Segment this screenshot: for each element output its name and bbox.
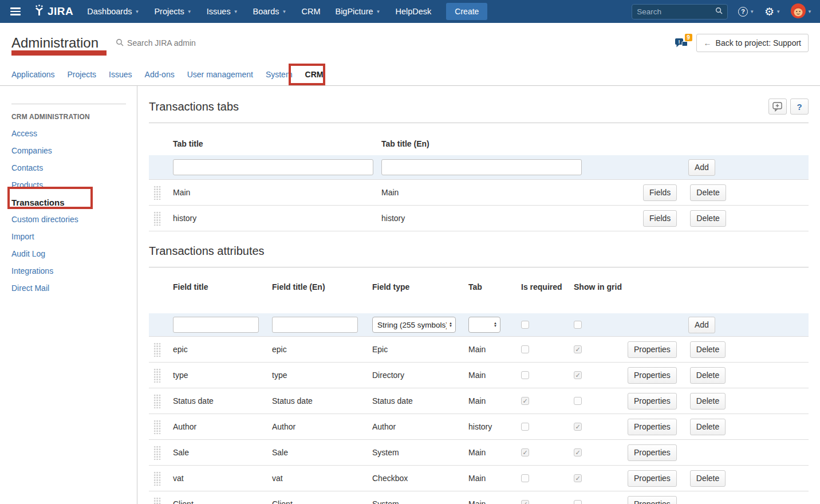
sidebar-item-access[interactable]: Access xyxy=(11,125,137,142)
tabs-table-row: Main Main Fields Delete xyxy=(149,180,809,206)
nav-item-issues[interactable]: Issues▼ xyxy=(207,7,238,16)
properties-button[interactable]: Properties xyxy=(628,419,677,435)
nav-item-helpdesk[interactable]: HelpDesk xyxy=(395,7,431,16)
show-in-grid-checkbox: ✓ xyxy=(574,474,582,482)
admin-search xyxy=(116,38,242,48)
tabs-table-add-row: Add xyxy=(149,155,809,180)
new-field-title-input[interactable] xyxy=(173,317,259,333)
add-tab-button[interactable]: Add xyxy=(688,159,715,176)
drag-handle-icon[interactable] xyxy=(153,211,161,226)
notification-count-badge: 9 xyxy=(685,34,692,41)
hamburger-menu-icon[interactable] xyxy=(10,6,25,17)
column-header-field-type: Field type xyxy=(372,281,468,293)
drag-handle-icon[interactable] xyxy=(153,342,161,357)
sidebar-item-audit-log[interactable]: Audit Log xyxy=(11,245,137,262)
new-field-title-en-input[interactable] xyxy=(272,317,358,333)
jira-logo[interactable]: JIRA xyxy=(33,5,73,18)
drag-handle-icon[interactable] xyxy=(153,420,161,434)
nav-item-projects[interactable]: Projects▼ xyxy=(154,7,191,16)
properties-button[interactable]: Properties xyxy=(628,496,677,504)
sidebar-item-companies[interactable]: Companies xyxy=(11,142,137,159)
help-icon: ? xyxy=(738,7,748,17)
properties-button[interactable]: Properties xyxy=(628,341,677,358)
new-tab-title-en-input[interactable] xyxy=(381,159,582,175)
search-icon xyxy=(116,38,124,48)
sidebar-item-contacts[interactable]: Contacts xyxy=(11,159,137,176)
admin-search-input[interactable] xyxy=(127,38,242,48)
properties-button[interactable]: Properties xyxy=(628,393,677,410)
drag-handle-icon[interactable] xyxy=(153,394,161,408)
properties-button[interactable]: Properties xyxy=(628,367,677,384)
nav-item-boards[interactable]: Boards▼ xyxy=(253,7,287,16)
delete-attribute-button[interactable]: Delete xyxy=(690,341,726,358)
new-show-in-grid-checkbox[interactable] xyxy=(574,321,582,329)
delete-tab-button[interactable]: Delete xyxy=(690,210,726,227)
drag-handle-icon[interactable] xyxy=(153,368,161,383)
help-button[interactable]: ? xyxy=(790,99,809,115)
field-title-en: Status date xyxy=(272,396,372,405)
delete-tab-button[interactable]: Delete xyxy=(690,184,726,201)
field-title-en: type xyxy=(272,371,372,380)
global-search xyxy=(632,4,728,19)
sidebar-item-direct-mail[interactable]: Direct Mail xyxy=(11,279,137,297)
tab-applications[interactable]: Applications xyxy=(11,70,55,79)
sidebar-item-import[interactable]: Import xyxy=(11,228,137,245)
tab-system[interactable]: System xyxy=(266,70,293,79)
field-type-select[interactable]: String (255 symbols) ▲▼ xyxy=(372,317,456,333)
feedback-button[interactable] xyxy=(768,99,787,115)
nav-item-dashboards[interactable]: Dashboards▼ xyxy=(87,7,139,16)
tab-projects[interactable]: Projects xyxy=(68,70,97,79)
column-header-is-required: Is required xyxy=(517,281,573,293)
crm-admin-sidebar: CRM ADMINISTRATION Access Companies Cont… xyxy=(0,86,137,504)
attribute-row: epic epic Epic Main ✓ Properties Delete xyxy=(149,337,809,363)
new-tab-title-input[interactable] xyxy=(173,159,373,175)
drag-handle-icon[interactable] xyxy=(153,186,161,200)
delete-attribute-button[interactable]: Delete xyxy=(690,419,726,435)
field-type: Checkbox xyxy=(372,474,468,483)
fields-button[interactable]: Fields xyxy=(643,210,677,227)
column-header-tab-title: Tab title xyxy=(173,139,381,148)
tab-title-en-value: history xyxy=(381,214,630,223)
sidebar-item-custom-directories[interactable]: Custom directories xyxy=(11,211,137,228)
global-search-input[interactable] xyxy=(637,7,715,16)
tab-user-management[interactable]: User management xyxy=(187,70,253,79)
help-menu[interactable]: ? ▼ xyxy=(738,7,754,17)
tab-crm[interactable]: CRM xyxy=(305,70,324,79)
sidebar-item-products[interactable]: Products xyxy=(11,176,137,194)
column-header-show-in-grid: Show in grid xyxy=(573,281,628,293)
delete-attribute-button[interactable]: Delete xyxy=(690,393,726,410)
new-is-required-checkbox[interactable] xyxy=(521,321,529,329)
field-tab: Main xyxy=(468,499,517,504)
admin-settings-menu[interactable]: ⚙ ▼ xyxy=(764,6,780,17)
tab-select[interactable]: ▲▼ xyxy=(468,317,500,333)
create-button[interactable]: Create xyxy=(446,3,487,20)
tab-title-value: history xyxy=(173,214,381,223)
add-attribute-button[interactable]: Add xyxy=(688,317,715,333)
nav-item-bigpicture[interactable]: BigPicture▼ xyxy=(335,7,380,16)
drag-handle-icon[interactable] xyxy=(153,497,161,504)
drag-handle-icon[interactable] xyxy=(153,471,161,486)
properties-button[interactable]: Properties xyxy=(628,444,677,461)
nav-item-crm[interactable]: CRM xyxy=(301,7,320,16)
attribute-row: Status date Status date Status date Main… xyxy=(149,388,809,414)
delete-attribute-button[interactable]: Delete xyxy=(690,470,726,487)
tab-issues[interactable]: Issues xyxy=(109,70,132,79)
field-type: Epic xyxy=(372,345,468,354)
attribute-row: Author Author Author history ✓ Propertie… xyxy=(149,414,809,440)
tab-addons[interactable]: Add-ons xyxy=(145,70,175,79)
properties-button[interactable]: Properties xyxy=(628,470,677,487)
show-in-grid-checkbox xyxy=(574,397,582,405)
select-arrows-icon: ▲▼ xyxy=(449,322,452,328)
sidebar-item-transactions[interactable]: Transactions xyxy=(11,194,137,211)
fields-button[interactable]: Fields xyxy=(643,184,677,201)
sidebar-item-integrations[interactable]: Integrations xyxy=(11,262,137,279)
top-navbar: JIRA Dashboards▼ Projects▼ Issues▼ Board… xyxy=(0,0,820,23)
user-menu[interactable]: ▼ xyxy=(791,3,812,20)
tab-title-en-value: Main xyxy=(381,188,630,197)
back-to-project-button[interactable]: ← Back to project: Support xyxy=(696,34,809,52)
delete-attribute-button[interactable]: Delete xyxy=(690,367,726,384)
drag-handle-icon[interactable] xyxy=(153,446,161,460)
notifications-button[interactable]: ! 9 xyxy=(675,36,691,50)
chevron-down-icon: ▼ xyxy=(776,9,780,14)
chevron-down-icon: ▼ xyxy=(807,9,812,14)
